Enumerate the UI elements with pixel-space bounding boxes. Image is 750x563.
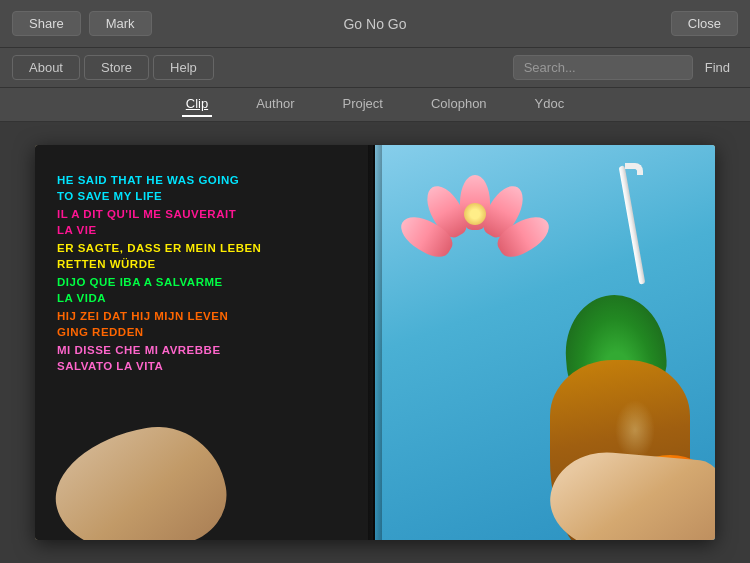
book-text-line6: RETTEN WÜRDE (57, 257, 355, 273)
book-text-line7: DIJO QUE IBA A SALVARME (57, 275, 355, 291)
top-bar: Share Mark Go No Go Close (0, 0, 750, 48)
close-button[interactable]: Close (671, 11, 738, 36)
flower-center (464, 203, 486, 225)
tab-author[interactable]: Author (252, 92, 298, 117)
book-text-line10: GING REDDEN (57, 325, 355, 341)
hand-right (546, 448, 715, 540)
top-bar-left: Share Mark (12, 11, 152, 36)
straw (619, 165, 646, 284)
tab-clip[interactable]: Clip (182, 92, 212, 117)
search-area: Find (513, 55, 738, 80)
flower (435, 175, 515, 265)
tab-project[interactable]: Project (338, 92, 386, 117)
tabs-bar: Clip Author Project Colophon Ydoc (0, 88, 750, 122)
book-text-line1: HE SAID THAT HE WAS GOING (57, 173, 355, 189)
help-button[interactable]: Help (153, 55, 214, 80)
text-block-4: DIJO QUE IBA A SALVARME LA VIDA (57, 275, 355, 306)
book-text-line5: ER SAGTE, DASS ER MEIN LEBEN (57, 241, 355, 257)
book-right-page (375, 145, 715, 540)
search-input[interactable] (513, 55, 693, 80)
text-block-1: HE SAID THAT HE WAS GOING TO SAVE MY LIF… (57, 173, 355, 204)
text-block-3: ER SAGTE, DASS ER MEIN LEBEN RETTEN WÜRD… (57, 241, 355, 272)
text-block-2: IL A DIT QU'IL ME SAUVERAIT LA VIE (57, 207, 355, 238)
store-button[interactable]: Store (84, 55, 149, 80)
content-area: HE SAID THAT HE WAS GOING TO SAVE MY LIF… (0, 122, 750, 563)
share-button[interactable]: Share (12, 11, 81, 36)
hand-left (46, 416, 234, 540)
straw-bend (625, 163, 643, 175)
tab-ydoc[interactable]: Ydoc (531, 92, 569, 117)
find-button[interactable]: Find (697, 56, 738, 79)
book-text-line11: MI DISSE CHE MI AVREBBE (57, 343, 355, 359)
tab-colophon[interactable]: Colophon (427, 92, 491, 117)
book-left-page: HE SAID THAT HE WAS GOING TO SAVE MY LIF… (35, 145, 375, 540)
book-spread: HE SAID THAT HE WAS GOING TO SAVE MY LIF… (35, 145, 715, 540)
book-text-line12: SALVATO LA VITA (57, 359, 355, 375)
mark-button[interactable]: Mark (89, 11, 152, 36)
book-text-line9: HIJ ZEI DAT HIJ MIJN LEVEN (57, 309, 355, 325)
app-title: Go No Go (343, 16, 406, 32)
book-text-line8: LA VIDA (57, 291, 355, 307)
pineapple-highlight (615, 400, 655, 460)
nav-bar: About Store Help Find (0, 48, 750, 88)
top-bar-right: Close (671, 11, 738, 36)
book-text-line2: TO SAVE MY LIFE (57, 189, 355, 205)
text-block-5: HIJ ZEI DAT HIJ MIJN LEVEN GING REDDEN (57, 309, 355, 340)
about-button[interactable]: About (12, 55, 80, 80)
text-block-6: MI DISSE CHE MI AVREBBE SALVATO LA VITA (57, 343, 355, 374)
book-text-line3: IL A DIT QU'IL ME SAUVERAIT (57, 207, 355, 223)
book-text-line4: LA VIE (57, 223, 355, 239)
